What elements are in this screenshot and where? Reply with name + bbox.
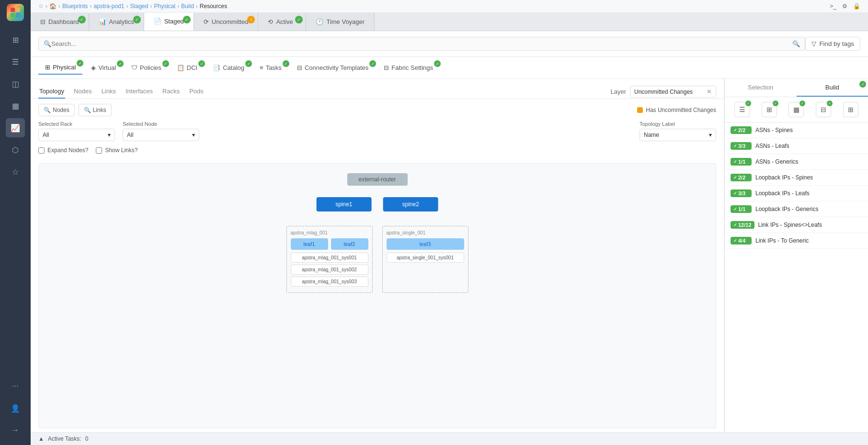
mlag-sys-003[interactable]: apstra_mlag_001_sys003 (291, 277, 368, 287)
loopback-leafs-badge: ✓ 3/3 (731, 189, 752, 197)
right-table-icon[interactable]: ☰ ✓ (734, 102, 750, 117)
sub-tab-catalog[interactable]: 📑 Catalog ✓ (206, 61, 251, 74)
layer-select[interactable]: Uncommitted Changes ✕ (630, 86, 716, 98)
resource-loopback-generics[interactable]: ✓ 1/1 Loopback IPs - Generics (725, 201, 868, 217)
rack-selector[interactable]: All ▾ (38, 129, 115, 141)
right-layout1-icon[interactable]: ⊞ ✓ (762, 102, 777, 117)
topo-tab-interfaces[interactable]: Interfaces (125, 85, 154, 99)
links-filter-button[interactable]: 🔍 Links (79, 104, 112, 116)
virtual-badge: ✓ (117, 60, 124, 67)
collapse-icon[interactable]: ▲ (38, 435, 44, 442)
resource-link-spines-leafs[interactable]: ✓ 12/12 Link IPs - Spines<>Leafs (725, 217, 868, 233)
resource-asns-generics[interactable]: ✓ 1/1 ASNs - Generics (725, 154, 868, 170)
breadcrumb-pod[interactable]: apstra-pod1 (93, 3, 124, 10)
sidebar-analytics-icon[interactable]: 📈 (6, 118, 25, 137)
terminal-icon[interactable]: >_ (830, 3, 836, 10)
sidebar-layers-icon[interactable]: ◫ (6, 74, 25, 93)
rack-apstra-mlag-001: apstra_mlag_001 leaf1 leaf2 apstra_mlag_… (286, 226, 373, 293)
dci-label: DCI (187, 64, 197, 71)
active-tasks-label: Active Tasks: (48, 435, 81, 442)
resource-link-generic[interactable]: ✓ 4/4 Link IPs - To Generic (725, 233, 868, 249)
single-sys-001[interactable]: apstra_single_001_sys001 (387, 253, 464, 263)
leaf3-node[interactable]: leaf3 (387, 238, 464, 250)
app-logo[interactable] (7, 4, 24, 21)
sidebar-star-icon[interactable]: ☆ (6, 162, 25, 181)
right-layout2-icon[interactable]: ▦ ✓ (788, 102, 804, 117)
right-tab-build[interactable]: Build (797, 79, 868, 97)
search-submit-icon[interactable]: 🔍 (792, 40, 800, 47)
sub-tab-dci[interactable]: 📋 DCI ✓ (170, 61, 204, 74)
sub-tab-physical[interactable]: ⊞ Physical ✓ (38, 61, 82, 75)
active-tab-label: Active (276, 18, 293, 25)
search-input[interactable] (51, 40, 792, 47)
breadcrumb-build[interactable]: Build (181, 3, 194, 10)
nodes-filter-button[interactable]: 🔍 Nodes (38, 104, 75, 116)
sub-tab-policies[interactable]: 🛡 Policies ✓ (125, 61, 168, 74)
sub-tab-tasks[interactable]: ≡ Tasks ✓ (253, 61, 288, 74)
spine1-node[interactable]: spine1 (316, 197, 371, 211)
leaf2-node[interactable]: leaf2 (331, 238, 368, 250)
settings-icon[interactable]: ⚙ (842, 3, 847, 10)
fabric-label: Fabric Settings (391, 64, 433, 71)
sidebar-dots-icon[interactable]: ··· (6, 377, 25, 396)
sidebar-chart-icon[interactable]: ▦ (6, 96, 25, 115)
show-links-checkbox[interactable] (96, 147, 102, 154)
right-layout2-badge: ✓ (799, 100, 805, 106)
mlag-sys-001[interactable]: apstra_mlag_001_sys001 (291, 253, 368, 263)
expand-nodes-checkbox[interactable] (38, 147, 45, 154)
tab-staged[interactable]: 📄 Staged ✓ (144, 13, 194, 31)
uncommitted-dot (637, 107, 643, 113)
resource-asns-spines[interactable]: ✓ 2/2 ASNs - Spines (725, 122, 868, 138)
leaf1-node[interactable]: leaf1 (291, 238, 328, 250)
topo-label-selector[interactable]: Name ▾ (640, 129, 716, 141)
sub-tab-virtual[interactable]: ◈ Virtual ✓ (84, 61, 123, 74)
mlag-sys-002[interactable]: apstra_mlag_001_sys002 (291, 265, 368, 275)
sidebar-list-icon[interactable]: ☰ (6, 52, 25, 71)
layout4-icon: ⊞ (848, 106, 854, 113)
breadcrumb-physical[interactable]: Physical (154, 3, 175, 10)
breadcrumb-home[interactable]: 🏠 (49, 3, 57, 10)
sidebar-network-icon[interactable]: ⬡ (6, 140, 25, 159)
sidebar-arrow-icon[interactable]: → (6, 421, 25, 440)
resource-loopback-spines[interactable]: ✓ 2/2 Loopback IPs - Spines (725, 170, 868, 186)
spine2-node[interactable]: spine2 (383, 197, 438, 211)
topo-tab-racks[interactable]: Racks (161, 85, 181, 99)
layer-clear-button[interactable]: ✕ (707, 88, 712, 95)
search-input-wrap[interactable]: 🔍 🔍 (38, 37, 805, 51)
breadcrumb-blueprints[interactable]: Blueprints (62, 3, 88, 10)
sub-tab-connectivity[interactable]: ⊟ Connectivity Templates ✓ (290, 61, 375, 74)
right-tab-selection[interactable]: Selection (725, 79, 797, 97)
lock-icon[interactable]: 🔒 (853, 3, 860, 10)
link-generic-label: Link IPs - To Generic (755, 237, 809, 244)
topo-tab-topology[interactable]: Topology (38, 85, 65, 99)
sidebar: ⊞ ☰ ◫ ▦ 📈 ⬡ ☆ ··· 👤 → (0, 0, 31, 445)
external-router-node[interactable]: external-router (347, 173, 407, 186)
tab-dashboard[interactable]: ⊟ Dashboard ✓ (31, 13, 89, 31)
node-selector[interactable]: All ▾ (123, 129, 199, 141)
node-selector-group: Selected Node All ▾ (123, 121, 199, 141)
resource-asns-leafs[interactable]: ✓ 3/3 ASNs - Leafs (725, 138, 868, 154)
topo-tab-pods[interactable]: Pods (188, 85, 205, 99)
topo-label-label: Topology Label (640, 121, 716, 127)
link-generic-badge: ✓ 4/4 (731, 237, 752, 245)
topo-tab-nodes[interactable]: Nodes (73, 85, 93, 99)
breadcrumb-staged[interactable]: Staged (130, 3, 148, 10)
find-by-tags-button[interactable]: ▽ Find by tags (805, 37, 860, 51)
sub-tab-fabric[interactable]: ⊟ Fabric Settings ✓ (377, 61, 440, 74)
topo-tab-links[interactable]: Links (101, 85, 117, 99)
tab-active[interactable]: ⟲ Active ✓ (258, 13, 306, 31)
right-layout3-icon[interactable]: ⊟ ✓ (816, 102, 831, 117)
right-layout3-badge: ✓ (827, 100, 833, 106)
filter-row: 🔍 Nodes 🔍 Links Has Uncommitted Changes (31, 99, 724, 121)
loopback-generics-label: Loopback IPs - Generics (755, 206, 818, 212)
tab-uncommitted[interactable]: ⟳ Uncommitted ! (194, 13, 259, 31)
breadcrumb-star[interactable]: ☆ (38, 3, 44, 10)
sidebar-user-icon[interactable]: 👤 (6, 399, 25, 418)
right-layout4-icon[interactable]: ⊞ (843, 102, 858, 117)
tab-time-voyager[interactable]: 🕐 Time Voyager (306, 13, 375, 31)
dashboard-tab-icon: ⊟ (40, 18, 46, 25)
node-selector-label: Selected Node (123, 121, 199, 127)
sidebar-grid-icon[interactable]: ⊞ (6, 30, 25, 49)
resource-loopback-leafs[interactable]: ✓ 3/3 Loopback IPs - Leafs (725, 186, 868, 201)
tab-analytics[interactable]: 📊 Analytics ✓ (89, 13, 144, 31)
